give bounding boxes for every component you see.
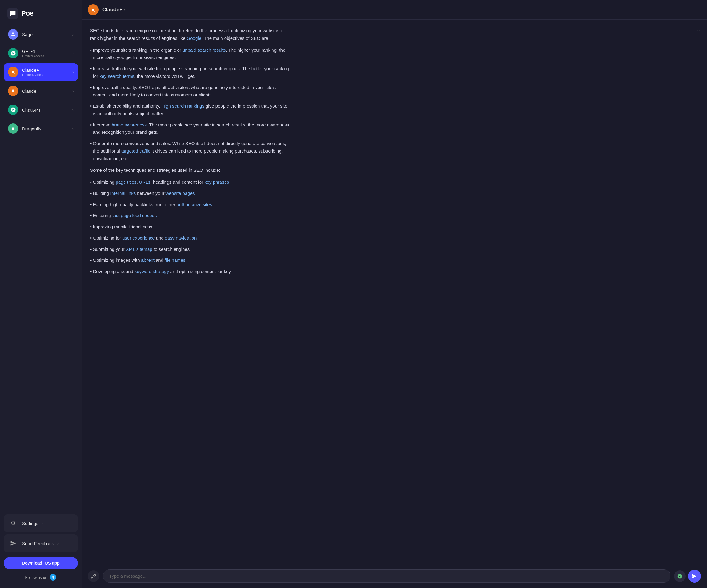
input-right-icons xyxy=(674,570,701,583)
dots-menu-button[interactable]: ··· xyxy=(694,27,701,34)
technique-6: • Optimizing for user experience and eas… xyxy=(90,234,291,242)
bot-avatar-claude: A xyxy=(8,86,18,96)
bot-name-dragonfly: Dragonfly xyxy=(22,126,69,131)
bot-info-dragonfly: Dragonfly xyxy=(22,126,69,131)
alt-text-link[interactable]: alt text xyxy=(141,258,155,263)
file-names-link[interactable]: file names xyxy=(165,258,185,263)
sidebar-item-claude[interactable]: A Claude › xyxy=(4,82,78,100)
logo-icon xyxy=(7,8,18,19)
page-titles-link[interactable]: page titles xyxy=(115,179,136,185)
bullet-1: • Improve your site's ranking in the org… xyxy=(90,46,291,62)
keyword-strategy-link[interactable]: keyword strategy xyxy=(134,269,169,274)
logo-area: Poe xyxy=(4,5,78,24)
follow-us-area: Follow us on 𝕏 xyxy=(4,572,78,583)
bot-sub-claudeplus: Limited Access xyxy=(22,73,69,77)
chevron-settings: › xyxy=(42,521,43,526)
message-body: SEO stands for search engine optimizatio… xyxy=(90,27,291,279)
sidebar-item-chatgpt[interactable]: ChatGPT › xyxy=(4,101,78,118)
easy-navigation-link[interactable]: easy navigation xyxy=(165,235,197,241)
brush-button[interactable] xyxy=(88,571,99,582)
xml-sitemap-link[interactable]: XML sitemap xyxy=(126,247,153,252)
chat-header-chevron-icon: › xyxy=(125,8,126,12)
bullet-4: • Establish credibility and authority. H… xyxy=(90,103,291,118)
chevron-gpt4: › xyxy=(72,51,74,56)
feedback-label: Send Feedback xyxy=(22,541,54,546)
authoritative-sites-link[interactable]: authoritative sites xyxy=(176,202,212,207)
user-experience-link[interactable]: user experience xyxy=(122,235,155,241)
chat-messages: ··· SEO stands for search engine optimiz… xyxy=(81,20,707,565)
techniques-intro: Some of the key techniques and strategie… xyxy=(90,167,291,174)
bullet-2: • Increase traffic to your website from … xyxy=(90,65,291,80)
chat-bot-name: Claude+ xyxy=(102,7,123,13)
bot-name-chatgpt: ChatGPT xyxy=(22,107,69,112)
send-button[interactable] xyxy=(688,570,701,583)
chat-header-avatar: A xyxy=(88,4,99,15)
intro-paragraph: SEO stands for search engine optimizatio… xyxy=(90,27,291,42)
sidebar-item-gpt4[interactable]: GPT-4 Limited Access › xyxy=(4,44,78,62)
bot-avatar-chatgpt xyxy=(8,105,18,115)
follow-us-label: Follow us on xyxy=(25,575,47,580)
bot-info-claudeplus: Claude+ Limited Access xyxy=(22,68,69,77)
bot-info-sage: Sage xyxy=(22,32,69,37)
technique-9: • Developing a sound keyword strategy an… xyxy=(90,268,291,275)
bot-name-gpt4: GPT-4 xyxy=(22,49,69,54)
chat-input-area xyxy=(81,565,707,588)
key-search-terms-link[interactable]: key search terms xyxy=(99,74,134,79)
sidebar: Poe Sage › GPT-4 Limited Access › A Clau… xyxy=(0,0,81,588)
bot-avatar-gpt4 xyxy=(8,48,18,59)
technique-3: • Earning high-quality backlinks from ot… xyxy=(90,201,291,209)
bot-avatar-claudeplus: A xyxy=(8,67,18,77)
chevron-claude: › xyxy=(72,89,74,93)
targeted-traffic-link[interactable]: targeted traffic xyxy=(122,148,150,153)
sidebar-bottom: ⚙ Settings › Send Feedback › Download iO… xyxy=(4,511,78,583)
svg-point-0 xyxy=(12,32,14,34)
settings-item[interactable]: ⚙ Settings › xyxy=(4,514,78,532)
sidebar-item-sage[interactable]: Sage › xyxy=(4,26,78,43)
settings-icon: ⚙ xyxy=(8,518,18,528)
bot-avatar-dragonfly xyxy=(8,123,18,134)
chevron-sage: › xyxy=(72,32,74,37)
google-link[interactable]: Google xyxy=(187,36,201,41)
bullet-6: • Generate more conversions and sales. W… xyxy=(90,140,291,162)
technique-2: • Building internal links between your w… xyxy=(90,190,291,197)
website-pages-link[interactable]: website pages xyxy=(166,191,195,196)
key-phrases-link[interactable]: key phrases xyxy=(204,179,229,185)
twitter-icon[interactable]: 𝕏 xyxy=(49,574,56,581)
bot-sub-gpt4: Limited Access xyxy=(22,54,69,58)
settings-label: Settings xyxy=(22,521,38,526)
chevron-claudeplus: › xyxy=(72,70,74,74)
main-chat: A Claude+ › ··· SEO stands for search en… xyxy=(81,0,707,588)
feedback-item[interactable]: Send Feedback › xyxy=(4,535,78,552)
svg-point-2 xyxy=(678,574,682,578)
bot-info-gpt4: GPT-4 Limited Access xyxy=(22,49,69,58)
download-ios-button[interactable]: Download iOS app xyxy=(4,557,78,569)
urls-link[interactable]: URLs xyxy=(139,179,150,185)
chevron-feedback: › xyxy=(58,541,59,546)
svg-point-1 xyxy=(12,127,14,130)
bullet-5: • Increase brand awareness. The more peo… xyxy=(90,121,291,137)
internal-links-link[interactable]: internal links xyxy=(110,191,136,196)
bot-avatar-sage xyxy=(8,29,18,39)
high-search-rankings-link[interactable]: High search rankings xyxy=(162,103,204,109)
brand-awareness-link[interactable]: brand awareness xyxy=(112,122,147,127)
bot-name-sage: Sage xyxy=(22,32,69,37)
technique-5: • Improving mobile-friendliness xyxy=(90,223,291,231)
bot-name-claude: Claude xyxy=(22,88,69,94)
chevron-dragonfly: › xyxy=(72,126,74,131)
send-feedback-icon xyxy=(8,538,18,549)
chevron-chatgpt: › xyxy=(72,108,74,112)
app-name: Poe xyxy=(21,9,33,17)
bot-info-claude: Claude xyxy=(22,88,69,94)
bot-name-claudeplus: Claude+ xyxy=(22,68,69,73)
fast-page-load-link[interactable]: fast page load speeds xyxy=(112,213,157,218)
sidebar-item-dragonfly[interactable]: Dragonfly › xyxy=(4,120,78,138)
message-input[interactable] xyxy=(103,569,671,583)
sidebar-item-claudeplus[interactable]: A Claude+ Limited Access › xyxy=(4,63,78,81)
chat-header-title: Claude+ › xyxy=(102,7,126,13)
technique-7: • Submitting your XML sitemap to search … xyxy=(90,246,291,253)
unpaid-search-results-link[interactable]: unpaid search results xyxy=(182,47,226,52)
intro-end: . The main objectives of SEO are: xyxy=(201,36,270,41)
green-circle-button[interactable] xyxy=(674,571,686,582)
technique-1: • Optimizing page titles, URLs, headings… xyxy=(90,179,291,186)
bot-info-chatgpt: ChatGPT xyxy=(22,107,69,112)
